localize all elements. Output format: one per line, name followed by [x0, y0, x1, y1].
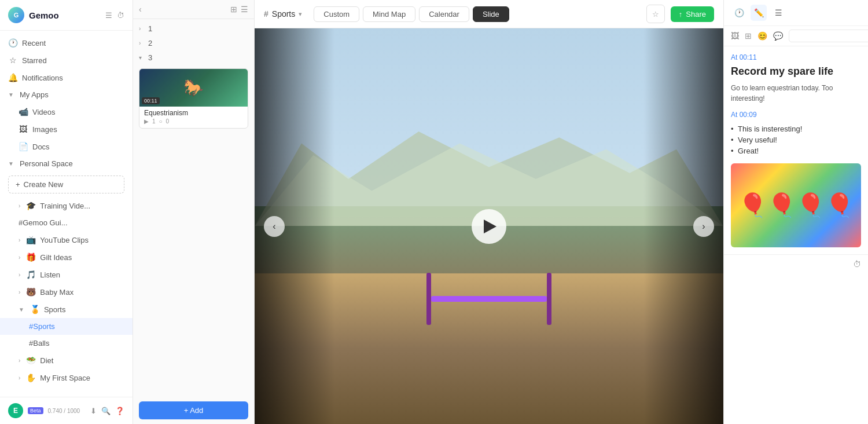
- sidebar-myapps-label: My Apps: [20, 90, 49, 99]
- sidebar-sports-tag-label: #Sports: [29, 322, 55, 331]
- sidebar-images-label: Images: [32, 125, 57, 134]
- myfirst-icon: ✋: [26, 373, 35, 382]
- chevron-down-icon: ▾: [139, 54, 146, 61]
- hash-icon: #: [264, 9, 269, 19]
- play-button[interactable]: [472, 209, 506, 244]
- chevron-right-icon2: ›: [139, 40, 146, 46]
- sidebar-item-starred[interactable]: ☆ Starred: [0, 52, 133, 69]
- chevron-right-icon6: ›: [19, 357, 20, 364]
- play-icon: ▶: [144, 118, 149, 125]
- babymax-icon: 🐻: [26, 287, 35, 297]
- sidebar-youtube-label: YouTube Clips: [40, 236, 89, 244]
- star-button[interactable]: ☆: [646, 5, 665, 23]
- sidebar-listen-label: Listen: [40, 271, 60, 279]
- view-icons: ⊞ ☰: [230, 5, 248, 14]
- sidebar-item-gemoo[interactable]: #Gemoo Gui...: [0, 214, 133, 231]
- sidebar-item-images[interactable]: 🖼 Images: [0, 120, 133, 138]
- workspace-name: Sports: [272, 9, 295, 19]
- sidebar-item-listen[interactable]: › 🎵 Listen: [0, 266, 133, 283]
- middle-panel: ‹ ⊞ ☰ › 1 › 2 ▾ 3 🐎 00:11 Equestrianism: [133, 0, 255, 424]
- sidebar-item-starred-label: Starred: [22, 56, 47, 65]
- sidebar-item-training[interactable]: › 🎓 Training Vide...: [0, 197, 133, 214]
- doc-icon: 📄: [19, 142, 28, 151]
- right-footer-clock-icon[interactable]: ⏱: [853, 259, 861, 269]
- play-triangle-icon: [484, 220, 496, 233]
- tree-num-2: 2: [148, 39, 152, 47]
- chevron-down-icon2: ▼: [8, 160, 14, 167]
- tab-group: Custom Mind Map Calendar Slide: [314, 6, 509, 22]
- next-arrow[interactable]: ›: [693, 216, 714, 237]
- sidebar-personalspace-label: Personal Space: [20, 159, 73, 168]
- timestamp1: At 00:11: [731, 53, 861, 61]
- tree-row-1[interactable]: › 1: [133, 21, 254, 36]
- sidebar-item-balls-tag[interactable]: #Balls: [0, 335, 133, 352]
- tab-mindmap[interactable]: Mind Map: [363, 6, 415, 22]
- list-view-icon[interactable]: ☰: [241, 5, 248, 14]
- right-emoji-icon[interactable]: 😊: [757, 31, 767, 41]
- sidebar-item-myapps[interactable]: ▼ My Apps: [0, 86, 133, 103]
- right-edit-tool[interactable]: ✏️: [751, 5, 767, 21]
- sports-icon: 🏅: [30, 305, 39, 314]
- tree-section: › 1 › 2 ▾ 3 🐎 00:11 Equestrianism ▶ 1 ○: [133, 19, 254, 134]
- training-icon: 🎓: [26, 201, 35, 210]
- sidebar-training-label: Training Vide...: [40, 202, 90, 210]
- diet-icon: 🥗: [26, 356, 35, 365]
- tab-custom[interactable]: Custom: [314, 6, 359, 22]
- tab-slide[interactable]: Slide: [473, 6, 509, 22]
- slide-card[interactable]: 🐎 00:11 Equestrianism ▶ 1 ○ 0: [139, 68, 248, 129]
- create-new-label: Create New: [24, 180, 64, 189]
- slide-title: Equestrianism: [144, 109, 243, 117]
- sidebar-item-personalspace[interactable]: ▼ Personal Space: [0, 155, 133, 172]
- right-list-tool[interactable]: ☰: [770, 5, 786, 21]
- video-area: ‹ ›: [255, 28, 723, 424]
- search-icon[interactable]: 🔍: [101, 407, 111, 415]
- main-content: # Sports ▾ Custom Mind Map Calendar Slid…: [255, 0, 723, 424]
- sidebar-item-docs[interactable]: 📄 Docs: [0, 138, 133, 155]
- bell-icon: 🔔: [8, 73, 17, 82]
- history-icon[interactable]: ⏱: [117, 11, 124, 20]
- sidebar-item-youtube[interactable]: › 📺 YouTube Clips: [0, 231, 133, 248]
- video-icon: 📹: [19, 107, 28, 116]
- bullet-item-2: Very useful!: [731, 134, 861, 145]
- tree-row-3[interactable]: ▾ 3: [133, 50, 254, 65]
- download-icon[interactable]: ⬇: [90, 407, 97, 415]
- user-avatar: E: [8, 403, 23, 418]
- create-new-button[interactable]: + Create New: [8, 176, 124, 193]
- sidebar-item-diet[interactable]: › 🥗 Diet: [0, 352, 133, 369]
- right-chat-icon[interactable]: 💬: [773, 31, 783, 41]
- chevron-down-icon3: ▼: [19, 306, 24, 313]
- video-scene: ‹ ›: [255, 28, 723, 424]
- tab-calendar[interactable]: Calendar: [419, 6, 469, 22]
- right-search-input[interactable]: [789, 30, 868, 42]
- sidebar-item-babymax[interactable]: › 🐻 Baby Max: [0, 283, 133, 301]
- prev-arrow[interactable]: ‹: [264, 216, 285, 237]
- sidebar-item-videos[interactable]: 📹 Videos: [0, 103, 133, 120]
- sidebar-item-giftideas[interactable]: › 🎁 Gilt Ideas: [0, 248, 133, 266]
- sidebar-item-sports[interactable]: ▼ 🏅 Sports: [0, 301, 133, 318]
- sidebar-item-recent[interactable]: 🕐 Recent: [0, 34, 133, 52]
- sidebar-item-myfirst[interactable]: › ✋ My First Space: [0, 369, 133, 386]
- balloon-image: 🎈🎈🎈🎈: [731, 163, 861, 247]
- sidebar-gift-label: Gilt Ideas: [40, 253, 72, 262]
- workspace-chevron-icon[interactable]: ▾: [299, 10, 302, 18]
- share-icon: ↑: [679, 10, 683, 19]
- back-icon[interactable]: ‹: [139, 5, 142, 14]
- help-icon[interactable]: ❓: [115, 407, 124, 415]
- sidebar-item-sports-tag[interactable]: #Sports: [0, 318, 133, 335]
- grid-view-icon[interactable]: ⊞: [230, 5, 237, 14]
- share-button[interactable]: ↑ Share: [671, 6, 714, 22]
- right-image-icon[interactable]: 🖼: [731, 31, 739, 41]
- add-button[interactable]: + Add: [139, 401, 248, 419]
- star-icon: ☆: [8, 56, 17, 65]
- sidebar-item-notifications[interactable]: 🔔 Notifications: [0, 69, 133, 86]
- beta-badge: Beta: [28, 407, 43, 414]
- sidebar-header: G Gemoo ☰ ⏱: [0, 0, 133, 31]
- middle-toolbar: ‹ ⊞ ☰: [133, 0, 254, 19]
- tree-row-2[interactable]: › 2: [133, 36, 254, 50]
- right-clock-tool[interactable]: 🕐: [731, 5, 747, 21]
- menu-icon[interactable]: ☰: [105, 11, 112, 20]
- tree-num-3: 3: [148, 53, 152, 62]
- bullet-item-3: Great!: [731, 145, 861, 156]
- version-text: 0.740 / 1000: [48, 408, 80, 414]
- right-grid-icon[interactable]: ⊞: [745, 31, 752, 41]
